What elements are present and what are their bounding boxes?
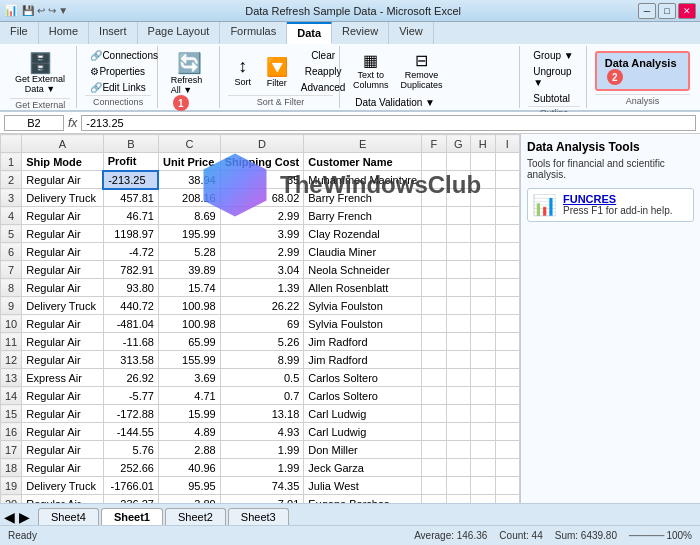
col-header-b[interactable]: B bbox=[103, 135, 158, 153]
table-cell[interactable]: Barry French bbox=[304, 207, 422, 225]
table-cell-empty[interactable] bbox=[471, 441, 495, 459]
table-cell[interactable]: 3.04 bbox=[220, 261, 304, 279]
table-cell-empty[interactable] bbox=[422, 405, 446, 423]
table-cell[interactable]: Regular Air bbox=[22, 243, 103, 261]
table-cell-empty[interactable] bbox=[495, 297, 520, 315]
tab-insert[interactable]: Insert bbox=[89, 22, 138, 44]
table-cell-empty[interactable] bbox=[422, 495, 446, 504]
table-cell[interactable]: Carl Ludwig bbox=[304, 423, 422, 441]
table-cell[interactable]: Clay Rozendal bbox=[304, 225, 422, 243]
table-cell[interactable]: 39.89 bbox=[158, 261, 220, 279]
tab-review[interactable]: Review bbox=[332, 22, 389, 44]
table-cell-empty[interactable] bbox=[422, 441, 446, 459]
table-cell-empty[interactable] bbox=[446, 207, 470, 225]
remove-duplicates-button[interactable]: ⊟ RemoveDuplicates bbox=[395, 48, 447, 93]
table-cell[interactable]: Regular Air bbox=[22, 315, 103, 333]
table-cell[interactable]: 8.69 bbox=[158, 207, 220, 225]
table-cell-empty[interactable] bbox=[471, 189, 495, 207]
table-cell-empty[interactable] bbox=[471, 477, 495, 495]
table-cell[interactable]: Eugene Barchas bbox=[304, 495, 422, 504]
table-cell-empty[interactable] bbox=[446, 459, 470, 477]
table-cell[interactable]: Regular Air bbox=[22, 387, 103, 405]
table-cell-empty[interactable] bbox=[495, 315, 520, 333]
table-cell[interactable]: 2.99 bbox=[220, 243, 304, 261]
edit-links-button[interactable]: 🔗 Edit Links bbox=[85, 80, 150, 95]
table-cell[interactable]: 100.98 bbox=[158, 315, 220, 333]
tab-file[interactable]: File bbox=[0, 22, 39, 44]
table-cell-empty[interactable] bbox=[471, 153, 495, 171]
refresh-all-button[interactable]: 🔄 RefreshAll ▼ 1 bbox=[166, 48, 213, 114]
col-header-i[interactable]: I bbox=[495, 135, 520, 153]
table-cell-empty[interactable] bbox=[495, 441, 520, 459]
table-cell[interactable]: Sylvia Foulston bbox=[304, 315, 422, 333]
table-cell[interactable]: Regular Air bbox=[22, 495, 103, 504]
table-cell[interactable]: 74.35 bbox=[220, 477, 304, 495]
table-cell-empty[interactable] bbox=[422, 423, 446, 441]
col-header-a[interactable]: A bbox=[22, 135, 103, 153]
table-cell[interactable]: Jim Radford bbox=[304, 351, 422, 369]
table-cell[interactable]: Delivery Truck bbox=[22, 189, 103, 207]
table-cell-empty[interactable] bbox=[422, 351, 446, 369]
spreadsheet-area[interactable]: A B C D E F G H I 1Ship ModeProfitUnit P… bbox=[0, 134, 520, 503]
table-cell[interactable]: Carlos Soltero bbox=[304, 369, 422, 387]
table-cell-empty[interactable] bbox=[422, 315, 446, 333]
table-cell-empty[interactable] bbox=[495, 261, 520, 279]
table-cell-empty[interactable] bbox=[471, 207, 495, 225]
table-cell-empty[interactable] bbox=[471, 387, 495, 405]
table-cell[interactable]: 26.92 bbox=[103, 369, 158, 387]
col-header-g[interactable]: G bbox=[446, 135, 470, 153]
table-cell[interactable]: 1.39 bbox=[220, 279, 304, 297]
table-cell[interactable]: 35 bbox=[220, 171, 304, 189]
table-cell-empty[interactable] bbox=[446, 477, 470, 495]
table-cell[interactable]: 4.89 bbox=[158, 423, 220, 441]
minimize-button[interactable]: ─ bbox=[638, 3, 656, 19]
table-cell[interactable]: Claudia Miner bbox=[304, 243, 422, 261]
table-cell-empty[interactable] bbox=[422, 387, 446, 405]
table-cell-empty[interactable] bbox=[495, 423, 520, 441]
table-cell-empty[interactable] bbox=[471, 315, 495, 333]
table-cell[interactable]: 15.74 bbox=[158, 279, 220, 297]
table-cell[interactable]: 457.81 bbox=[103, 189, 158, 207]
table-cell[interactable]: 313.58 bbox=[103, 351, 158, 369]
table-cell-empty[interactable] bbox=[471, 225, 495, 243]
table-cell[interactable]: 69 bbox=[220, 315, 304, 333]
table-cell-empty[interactable] bbox=[446, 315, 470, 333]
table-cell[interactable]: 8.99 bbox=[220, 351, 304, 369]
cell-reference-input[interactable] bbox=[4, 115, 64, 131]
table-cell-empty[interactable] bbox=[422, 459, 446, 477]
table-cell[interactable]: 3.69 bbox=[158, 369, 220, 387]
table-cell-empty[interactable] bbox=[495, 459, 520, 477]
properties-button[interactable]: ⚙ Properties bbox=[85, 64, 150, 79]
table-cell[interactable]: Sylvia Foulston bbox=[304, 297, 422, 315]
sheet-tab-sheet4[interactable]: Sheet4 bbox=[38, 508, 99, 525]
table-cell[interactable]: 46.71 bbox=[103, 207, 158, 225]
tab-view[interactable]: View bbox=[389, 22, 434, 44]
table-cell[interactable]: Regular Air bbox=[22, 225, 103, 243]
zoom-control[interactable]: ───── 100% bbox=[629, 530, 692, 541]
table-cell-empty[interactable] bbox=[471, 243, 495, 261]
table-cell[interactable]: -144.55 bbox=[103, 423, 158, 441]
close-button[interactable]: ✕ bbox=[678, 3, 696, 19]
table-cell-empty[interactable] bbox=[422, 243, 446, 261]
table-cell-empty[interactable] bbox=[495, 171, 520, 189]
table-cell-empty[interactable] bbox=[446, 243, 470, 261]
table-cell[interactable]: Jim Radford bbox=[304, 333, 422, 351]
sheet-nav-right[interactable]: ▶ bbox=[19, 509, 30, 525]
table-cell[interactable]: -236.27 bbox=[103, 495, 158, 504]
table-cell[interactable]: Regular Air bbox=[22, 261, 103, 279]
table-cell-empty[interactable] bbox=[471, 351, 495, 369]
table-cell-empty[interactable] bbox=[495, 207, 520, 225]
table-cell-empty[interactable] bbox=[446, 369, 470, 387]
table-cell[interactable]: -4.72 bbox=[103, 243, 158, 261]
table-cell[interactable]: -1766.01 bbox=[103, 477, 158, 495]
data-analysis-button[interactable]: Data Analysis 2 bbox=[595, 51, 690, 91]
table-cell[interactable]: -481.04 bbox=[103, 315, 158, 333]
sort-button[interactable]: ↕ Sort bbox=[228, 53, 258, 90]
text-to-columns-button[interactable]: ▦ Text toColumns bbox=[348, 48, 394, 93]
table-cell-empty[interactable] bbox=[422, 171, 446, 189]
sheet-nav-left[interactable]: ◀ bbox=[4, 509, 15, 525]
col-header-e[interactable]: E bbox=[304, 135, 422, 153]
table-cell[interactable]: 195.99 bbox=[158, 225, 220, 243]
table-cell[interactable]: 440.72 bbox=[103, 297, 158, 315]
table-cell-empty[interactable] bbox=[446, 153, 470, 171]
